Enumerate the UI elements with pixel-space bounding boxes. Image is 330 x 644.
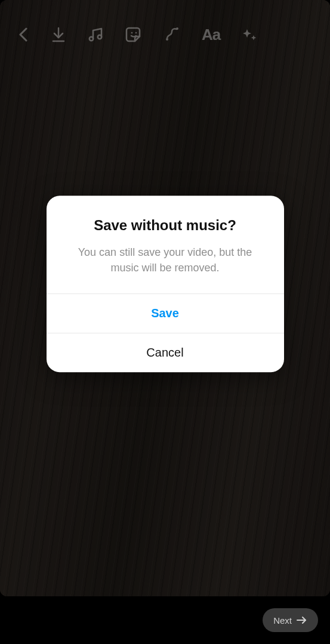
back-icon[interactable] [18, 26, 30, 43]
music-icon[interactable] [87, 26, 105, 44]
svg-point-3 [98, 35, 101, 39]
cancel-button[interactable]: Cancel [47, 333, 284, 372]
save-button[interactable]: Save [47, 293, 284, 333]
dialog-body: Save without music? You can still save y… [47, 196, 284, 293]
arrow-right-icon [297, 616, 307, 624]
next-button[interactable]: Next [263, 608, 318, 632]
text-icon[interactable]: Aa [202, 26, 220, 44]
story-canvas: Aa Save without music? You can still sav… [0, 0, 330, 596]
effects-icon[interactable] [164, 26, 181, 44]
svg-point-6 [166, 38, 168, 41]
sparkle-icon[interactable] [240, 26, 258, 44]
svg-point-5 [135, 32, 137, 34]
save-dialog: Save without music? You can still save y… [47, 196, 284, 372]
dialog-message: You can still save your video, but the m… [64, 244, 266, 275]
dialog-title: Save without music? [64, 217, 266, 234]
bottom-bar: Next [0, 596, 330, 644]
sticker-icon[interactable] [125, 26, 143, 44]
svg-point-7 [176, 27, 178, 30]
svg-point-2 [90, 37, 93, 41]
story-toolbar: Aa [0, 17, 330, 52]
download-icon[interactable] [50, 26, 67, 43]
svg-point-4 [131, 32, 133, 34]
next-button-label: Next [273, 615, 292, 626]
